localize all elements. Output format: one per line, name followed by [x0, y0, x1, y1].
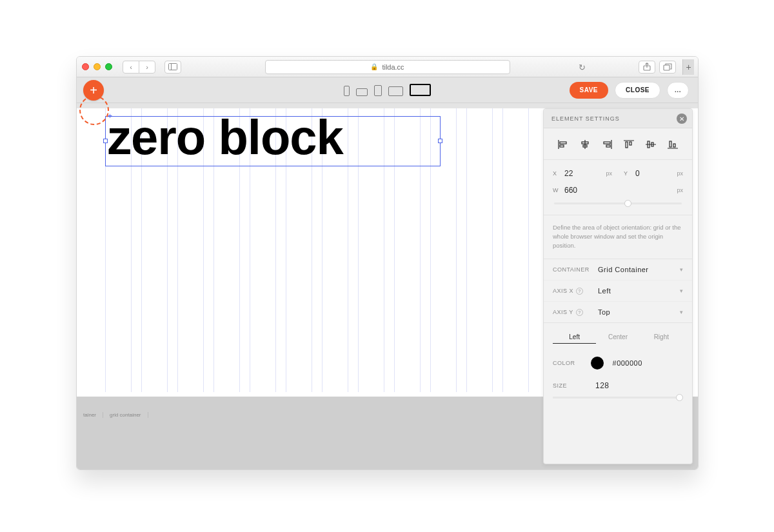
save-button[interactable]: SAVE — [570, 82, 609, 99]
align-tabs: Left Center Right — [544, 323, 692, 351]
svg-rect-3 — [664, 65, 670, 70]
nav-forward[interactable]: › — [139, 61, 155, 74]
more-button[interactable]: ... — [667, 82, 689, 99]
axisy-value: Top — [598, 308, 680, 316]
container-row[interactable]: CONTAINER Grid Container ▾ — [544, 259, 692, 281]
tab-left[interactable]: Left — [553, 331, 596, 344]
svg-rect-21 — [673, 144, 675, 147]
container-label: CONTAINER — [553, 266, 598, 273]
x-unit: px — [606, 170, 612, 177]
panel-title: ELEMENT SETTINGS — [551, 115, 620, 122]
align-center-v-icon[interactable] — [644, 139, 657, 150]
size-slider-knob[interactable] — [676, 394, 683, 401]
axisy-label: AXIS Y ? — [553, 309, 598, 316]
footer-label-2: grid container — [103, 412, 148, 418]
new-tab-button[interactable]: + — [682, 59, 694, 75]
x-input[interactable]: 22 — [564, 169, 603, 178]
device-phone[interactable] — [344, 86, 350, 96]
color-value[interactable]: #000000 — [613, 359, 642, 367]
nav-back[interactable]: ‹ — [123, 61, 139, 74]
axisy-row[interactable]: AXIS Y ? Top ▾ — [544, 302, 692, 323]
traffic-lights — [82, 63, 112, 70]
lock-icon: 🔒 — [370, 63, 378, 70]
align-right-icon[interactable] — [600, 139, 613, 150]
svg-rect-12 — [606, 145, 610, 147]
window-minimize[interactable] — [94, 63, 101, 70]
container-value: Grid Container — [598, 266, 680, 273]
size-label: SIZE — [553, 382, 567, 389]
url-text: tilda.cc — [382, 63, 404, 71]
app-toolbar: + SAVE CLOSE ... — [77, 77, 698, 103]
close-button[interactable]: CLOSE — [615, 82, 660, 99]
coord-x-row: X 22 px Y 0 px — [553, 169, 683, 178]
browser-titlebar: ‹ › 🔒 tilda.cc ↻ + — [77, 57, 698, 77]
text-content: zero block — [107, 109, 343, 165]
selected-element[interactable]: zero block — [105, 116, 441, 166]
footer-labels: tainer grid container — [77, 408, 148, 422]
toolbar-actions: SAVE CLOSE ... — [570, 82, 689, 99]
canvas[interactable]: zero block — [77, 108, 544, 392]
url-bar[interactable]: 🔒 tilda.cc — [265, 60, 510, 74]
w-unit: px — [677, 187, 683, 193]
svg-rect-14 — [626, 142, 628, 148]
align-center-h-icon[interactable] — [579, 139, 591, 150]
alignment-row — [544, 128, 692, 160]
y-input[interactable]: 0 — [635, 169, 674, 178]
svg-rect-0 — [169, 64, 177, 70]
help-icon[interactable]: ? — [576, 309, 583, 316]
device-tablet-portrait[interactable] — [374, 85, 382, 96]
top-gray-bar — [77, 103, 698, 108]
dropdown-caret-icon: ▾ — [680, 288, 684, 294]
align-bottom-icon[interactable] — [666, 139, 679, 150]
sidebar-toggle[interactable] — [164, 61, 181, 74]
resize-handle-left[interactable] — [103, 139, 108, 143]
share-icon[interactable] — [639, 61, 655, 74]
device-switcher — [344, 84, 431, 96]
align-left-icon[interactable] — [557, 139, 570, 150]
width-slider[interactable] — [554, 202, 682, 204]
tab-right[interactable]: Right — [640, 331, 683, 344]
reload-button[interactable]: ↻ — [575, 61, 588, 74]
device-tablet-landscape[interactable] — [356, 88, 368, 96]
size-value[interactable]: 128 — [595, 381, 610, 390]
nav-buttons: ‹ › — [123, 61, 155, 74]
resize-handle-right[interactable] — [438, 139, 442, 143]
element-settings-panel: ELEMENT SETTINGS ✕ X 22 px Y 0 px W 66 — [543, 108, 693, 464]
svg-rect-11 — [604, 142, 610, 144]
coords-section: X 22 px Y 0 px W 660 px — [544, 160, 692, 215]
color-row: COLOR #000000 — [544, 351, 692, 377]
crosshair-icon: + — [108, 112, 112, 121]
y-unit: px — [677, 170, 683, 177]
add-element-button[interactable]: + — [83, 80, 104, 101]
axisx-value: Left — [598, 287, 680, 295]
orientation-description: Define the area of object orientation: g… — [544, 215, 692, 259]
size-slider[interactable] — [553, 397, 683, 399]
x-label: X — [553, 170, 562, 177]
width-slider-knob[interactable] — [624, 200, 631, 207]
browser-window: ‹ › 🔒 tilda.cc ↻ + + — [76, 56, 699, 470]
svg-rect-6 — [560, 145, 564, 147]
help-icon[interactable]: ? — [576, 288, 583, 295]
svg-rect-20 — [670, 141, 671, 147]
window-close[interactable] — [82, 63, 89, 70]
w-input[interactable]: 660 — [564, 186, 674, 195]
device-desktop-active[interactable] — [410, 84, 431, 96]
color-swatch[interactable] — [591, 357, 604, 369]
window-zoom[interactable] — [105, 63, 112, 70]
device-laptop[interactable] — [388, 86, 403, 96]
dropdown-caret-icon: ▾ — [680, 309, 684, 315]
y-label: Y — [624, 170, 633, 177]
axisx-row[interactable]: AXIS X ? Left ▾ — [544, 281, 692, 302]
tabs-icon[interactable] — [659, 61, 676, 74]
coord-w-row: W 660 px — [553, 186, 683, 195]
tab-center[interactable]: Center — [596, 331, 639, 344]
svg-rect-5 — [560, 142, 566, 144]
footer-label-1: tainer — [77, 412, 103, 418]
size-row: SIZE 128 — [544, 377, 692, 397]
axisx-label: AXIS X ? — [553, 288, 598, 295]
align-top-icon[interactable] — [622, 139, 635, 150]
panel-close-button[interactable]: ✕ — [677, 113, 687, 124]
panel-header: ELEMENT SETTINGS ✕ — [544, 109, 692, 128]
svg-rect-15 — [630, 142, 631, 145]
dropdown-caret-icon: ▾ — [680, 266, 684, 273]
